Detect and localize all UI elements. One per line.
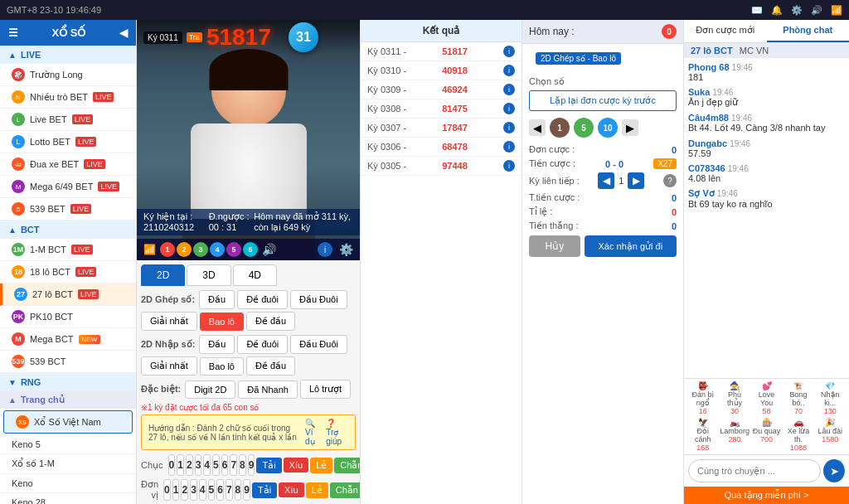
sidebar-item-lotto-bet[interactable]: L Lotto BET LIVE [0, 131, 136, 153]
bet-dau-1[interactable]: Đầu [199, 290, 235, 309]
sidebar-section-rng[interactable]: ▼ RNG [0, 373, 136, 391]
volume-icon[interactable]: 🔊 [811, 5, 822, 16]
bet-giainhat-2[interactable]: Giải nhất [141, 356, 197, 376]
chan-btn-chuc[interactable]: Chẵn [334, 458, 360, 473]
num-0308[interactable]: 81475 [442, 104, 468, 114]
dot-1[interactable]: 1 [160, 242, 175, 257]
ky-prev-btn[interactable]: ◀ [598, 172, 614, 189]
dot-6[interactable]: 6 [243, 242, 258, 257]
chuc-3[interactable]: 3 [195, 454, 202, 476]
emoji-lamborg[interactable]: 🏍️ Lamborg 280 [720, 418, 750, 452]
num-0306[interactable]: 68478 [442, 142, 468, 152]
promo-bar[interactable]: Quà tặng miễn phí > [684, 487, 849, 504]
num-0311[interactable]: 51817 [442, 46, 468, 56]
emoji-danbi[interactable]: 👺 Đán bì ngổ 16 [688, 381, 717, 415]
sidebar-item-live-bet[interactable]: L Live BET LIVE [0, 109, 136, 131]
emoji-laudai[interactable]: 🎉 Lâu đài 1580 [816, 418, 845, 452]
tab-4d[interactable]: 4D [233, 264, 277, 286]
chuc-4[interactable]: 4 [203, 454, 211, 476]
menu-icon[interactable]: ☰ [8, 27, 18, 39]
donvi-3[interactable]: 3 [190, 479, 197, 501]
sidebar-item-27lo-bct[interactable]: 27 27 lô BCT LIVE [0, 284, 136, 306]
chuc-1[interactable]: 1 [177, 454, 184, 476]
xiu-btn-chuc[interactable]: Xíu [284, 458, 309, 472]
info-icon-video[interactable]: i [318, 242, 332, 257]
sidebar-item-keno[interactable]: Keno [0, 474, 136, 493]
speaker-icon[interactable]: 🔊 [262, 243, 276, 256]
tab-phong-chat[interactable]: Phòng chat [767, 20, 850, 42]
bet-deduoi-2[interactable]: Đề đuôi [237, 335, 288, 354]
sidebar-item-xo-so-1m[interactable]: Xổ số 1-M [0, 454, 136, 474]
xiu-btn-donvi[interactable]: Xíu [279, 482, 304, 497]
wifi-icon[interactable]: 📶 [831, 5, 842, 16]
chuc-5[interactable]: 5 [212, 454, 220, 476]
sidebar-item-mega-bct[interactable]: M Mega BCT NEW [0, 328, 136, 351]
donvi-4[interactable]: 4 [199, 479, 206, 501]
info-0310[interactable]: i [503, 65, 515, 76]
sidebar-item-keno5[interactable]: Keno 5 [0, 435, 136, 454]
tab-2d[interactable]: 2D [141, 264, 185, 286]
emoji-duquay[interactable]: 🎰 Đu quay 700 [752, 418, 781, 452]
emoji-doicanh[interactable]: 🦅 Đối cánh 168 [688, 418, 717, 452]
le-btn-donvi[interactable]: Lẻ [306, 482, 328, 498]
tab-3d[interactable]: 3D [187, 264, 230, 286]
chat-send-btn[interactable]: ➤ [823, 459, 845, 482]
dot-3[interactable]: 3 [193, 242, 208, 257]
xacnhan-btn[interactable]: Xác nhận gửi đi [585, 235, 677, 257]
chat-input[interactable] [688, 459, 821, 482]
bell-icon[interactable]: 🔔 [771, 5, 783, 16]
tab-don-cuoc-moi[interactable]: Đơn cược mới [684, 20, 767, 42]
chuc-9[interactable]: 9 [248, 454, 255, 476]
bet-dedau-1[interactable]: Đề đầu [246, 312, 295, 331]
donvi-2[interactable]: 2 [181, 479, 188, 501]
num-0309[interactable]: 46924 [442, 85, 468, 94]
sidebar-section-bct[interactable]: ▲ BCT [0, 220, 136, 239]
bet-giainhat-1[interactable]: Giải nhất [141, 312, 197, 331]
num-0310[interactable]: 40918 [442, 65, 468, 75]
sidebar-item-keno28[interactable]: Keno 28 [0, 493, 136, 504]
tro-giup-link[interactable]: ❓ Trợ giúp [326, 419, 348, 446]
huy-btn[interactable]: Hủy [529, 235, 580, 257]
donvi-5[interactable]: 5 [208, 479, 216, 501]
ball-5[interactable]: 5 [574, 118, 594, 138]
emoji-phuthuy[interactable]: 🧙 Phù thủy 30 [720, 381, 750, 415]
sidebar-item-nhieu-tro[interactable]: N Nhiều trò BET LIVE [0, 86, 136, 109]
donvi-7[interactable]: 7 [226, 479, 233, 501]
le-btn-chuc[interactable]: Lẻ [310, 458, 332, 473]
bet-lotruot[interactable]: Lô trượt [300, 380, 351, 399]
mail-icon[interactable]: ✉️ [751, 5, 763, 16]
ky-next-btn[interactable]: ▶ [628, 172, 644, 189]
bet-deduoi-1[interactable]: Đề đuôi [237, 290, 288, 309]
sidebar-item-truong-long[interactable]: 🎲 Trường Long [0, 64, 136, 86]
info-0309[interactable]: i [503, 84, 515, 95]
chuc-0[interactable]: 0 [168, 454, 176, 476]
chuc-2[interactable]: 2 [186, 454, 193, 476]
sidebar-item-mega-bet[interactable]: M Mega 6/49 BET LIVE [0, 176, 136, 198]
sidebar-item-1m-bct[interactable]: 1M 1-M BCT LIVE [0, 239, 136, 261]
next-arrow[interactable]: ▶ [622, 119, 638, 136]
chan-btn-donvi[interactable]: Chẵn [330, 482, 360, 498]
emoji-nhanki[interactable]: 💎 Nhận ki... 130 [816, 381, 845, 415]
prev-arrow[interactable]: ◀ [529, 119, 546, 136]
bet-dauduoi-2[interactable]: Đầu Đuôi [290, 335, 347, 354]
dot-2[interactable]: 2 [177, 242, 192, 257]
donvi-1[interactable]: 1 [172, 479, 180, 501]
sidebar-item-xsvn[interactable]: XS Xổ Số Việt Nam [3, 410, 133, 434]
donvi-0[interactable]: 0 [163, 479, 171, 501]
info-0311[interactable]: i [503, 46, 515, 57]
emoji-bongbo[interactable]: 🐮 Bong bó.. 70 [784, 381, 813, 415]
help-icon[interactable]: ? [663, 174, 677, 187]
info-0307[interactable]: i [503, 122, 515, 133]
bet-dauduoi-1[interactable]: Đầu Đuôi [290, 290, 347, 309]
settings-icon-video[interactable]: ⚙️ [339, 243, 353, 256]
bet-baolo-2[interactable]: Bao lô [200, 357, 244, 376]
chuc-7[interactable]: 7 [230, 454, 237, 476]
tai-btn-donvi[interactable]: Tải [252, 482, 277, 498]
info-0306[interactable]: i [503, 141, 515, 153]
donvi-8[interactable]: 8 [235, 479, 242, 501]
emoji-xeluath[interactable]: 🚗 Xe lừa th. 1088 [784, 418, 813, 452]
bet-dedau-2[interactable]: Đề đầu [246, 356, 295, 376]
sidebar-section-trangchu[interactable]: ▲ Trang chủ [0, 391, 136, 409]
bet-digit2d[interactable]: Digit 2D [185, 380, 235, 399]
info-0305[interactable]: i [503, 160, 515, 172]
